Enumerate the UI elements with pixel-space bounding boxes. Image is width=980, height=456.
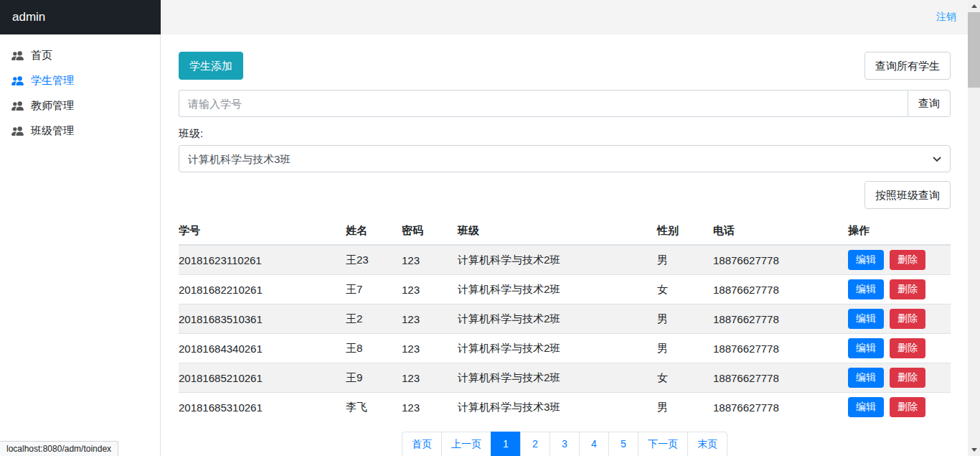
page-last[interactable]: 末页 bbox=[687, 432, 727, 456]
people-icon bbox=[11, 100, 24, 112]
cell-name: 王9 bbox=[346, 363, 402, 393]
delete-button[interactable]: 删除 bbox=[890, 309, 925, 329]
cell-password: 123 bbox=[402, 275, 458, 304]
student-table-body: 20181623110261王23123计算机科学与技术2班男188766277… bbox=[179, 245, 951, 422]
page-1[interactable]: 1 bbox=[491, 432, 521, 456]
page-prev[interactable]: 上一页 bbox=[441, 432, 491, 456]
cell-password: 123 bbox=[402, 363, 458, 393]
cell-gender: 男 bbox=[657, 304, 713, 334]
query-by-class-button[interactable]: 按照班级查询 bbox=[864, 181, 951, 209]
edit-button[interactable]: 编辑 bbox=[848, 279, 884, 299]
page-2[interactable]: 2 bbox=[520, 432, 550, 456]
cell-student-id: 20181684340261 bbox=[179, 334, 346, 363]
cell-name: 李飞 bbox=[346, 393, 402, 422]
student-table: 学号 姓名 密码 班级 性别 电话 操作 20181623110261王2312… bbox=[179, 218, 951, 422]
cell-phone: 18876627778 bbox=[713, 393, 848, 422]
logout-link[interactable]: 注销 bbox=[936, 11, 956, 24]
cell-class: 计算机科学与技术2班 bbox=[458, 334, 657, 363]
app-window: admin 注销 首页学生管理教师管理班级管理 学生添加 查询所有学生 查询 班… bbox=[0, 0, 980, 456]
table-row: 20181623110261王23123计算机科学与技术2班男188766277… bbox=[179, 245, 951, 275]
cell-class: 计算机科学与技术2班 bbox=[458, 275, 657, 304]
page-next[interactable]: 下一页 bbox=[638, 432, 688, 456]
table-header-row: 学号 姓名 密码 班级 性别 电话 操作 bbox=[179, 218, 951, 245]
cell-gender: 男 bbox=[657, 334, 713, 363]
cell-student-id: 20181682210261 bbox=[179, 275, 346, 304]
scrollbar-up-arrow[interactable] bbox=[968, 0, 980, 12]
col-class: 班级 bbox=[458, 218, 657, 245]
cell-password: 123 bbox=[402, 304, 458, 334]
cell-actions: 编辑删除 bbox=[848, 363, 951, 393]
delete-button[interactable]: 删除 bbox=[890, 397, 925, 417]
topbar: 注销 bbox=[161, 0, 968, 34]
sidebar-item-teachers[interactable]: 教师管理 bbox=[0, 93, 160, 118]
main-content: 学生添加 查询所有学生 查询 班级: 计算机科学与技术3班 按照班级查询 学号 … bbox=[161, 34, 968, 456]
delete-button[interactable]: 删除 bbox=[890, 250, 925, 270]
table-row: 20181683510361王2123计算机科学与技术2班男1887662777… bbox=[179, 304, 951, 334]
student-id-input[interactable] bbox=[179, 90, 908, 117]
edit-button[interactable]: 编辑 bbox=[848, 368, 884, 388]
table-row: 20181682210261王7123计算机科学与技术2班女1887662777… bbox=[179, 275, 951, 304]
delete-button[interactable]: 删除 bbox=[890, 368, 925, 388]
people-icon bbox=[11, 125, 24, 137]
toolbar-top: 学生添加 查询所有学生 bbox=[179, 52, 951, 80]
col-gender: 性别 bbox=[657, 218, 713, 245]
sidebar-item-students[interactable]: 学生管理 bbox=[0, 68, 160, 93]
app-brand: admin bbox=[0, 0, 161, 34]
cell-class: 计算机科学与技术3班 bbox=[458, 393, 657, 422]
cell-name: 王2 bbox=[346, 304, 402, 334]
search-group: 查询 bbox=[179, 90, 951, 117]
sidebar-item-label: 教师管理 bbox=[31, 99, 74, 113]
toolbar-bottom: 按照班级查询 bbox=[179, 181, 951, 209]
sidebar-item-label: 班级管理 bbox=[31, 124, 74, 138]
delete-button[interactable]: 删除 bbox=[890, 338, 925, 358]
page-first[interactable]: 首页 bbox=[402, 432, 442, 456]
table-row: 20181685210261王9123计算机科学与技术2班女1887662777… bbox=[179, 363, 951, 393]
page-5[interactable]: 5 bbox=[608, 432, 639, 456]
table-row: 20181685310261李飞123计算机科学与技术3班男1887662777… bbox=[179, 393, 951, 422]
cell-actions: 编辑删除 bbox=[848, 393, 951, 422]
cell-class: 计算机科学与技术2班 bbox=[458, 363, 657, 393]
cell-name: 王7 bbox=[346, 275, 402, 304]
cell-class: 计算机科学与技术2班 bbox=[458, 304, 657, 334]
status-bar: localhost:8080/adm/toindex bbox=[0, 441, 118, 456]
col-student-id: 学号 bbox=[179, 218, 346, 245]
edit-button[interactable]: 编辑 bbox=[848, 338, 884, 358]
add-student-button[interactable]: 学生添加 bbox=[179, 52, 243, 80]
page-4[interactable]: 4 bbox=[579, 432, 609, 456]
cell-gender: 女 bbox=[657, 275, 713, 304]
scrollbar-down-arrow[interactable] bbox=[968, 444, 980, 456]
cell-student-id: 20181623110261 bbox=[179, 245, 346, 275]
sidebar-item-classes[interactable]: 班级管理 bbox=[0, 118, 160, 144]
sidebar-menu: 首页学生管理教师管理班级管理 bbox=[0, 34, 161, 456]
cell-phone: 18876627778 bbox=[713, 363, 848, 393]
edit-button[interactable]: 编辑 bbox=[848, 397, 884, 417]
col-phone: 电话 bbox=[713, 218, 848, 245]
table-row: 20181684340261王8123计算机科学与技术2班男1887662777… bbox=[179, 334, 951, 363]
search-button[interactable]: 查询 bbox=[908, 90, 951, 117]
cell-password: 123 bbox=[402, 334, 458, 363]
delete-button[interactable]: 删除 bbox=[890, 279, 925, 299]
query-all-students-button[interactable]: 查询所有学生 bbox=[864, 52, 951, 80]
scrollbar-thumb[interactable] bbox=[968, 12, 980, 88]
cell-gender: 女 bbox=[657, 363, 713, 393]
edit-button[interactable]: 编辑 bbox=[848, 309, 884, 329]
col-password: 密码 bbox=[402, 218, 458, 245]
cell-actions: 编辑删除 bbox=[848, 275, 951, 304]
col-actions: 操作 bbox=[848, 218, 951, 245]
scrollbar[interactable] bbox=[968, 0, 980, 456]
cell-gender: 男 bbox=[657, 393, 713, 422]
sidebar-item-label: 首页 bbox=[31, 49, 52, 62]
class-select-wrap: 计算机科学与技术3班 bbox=[179, 145, 951, 172]
cell-name: 王23 bbox=[346, 245, 402, 275]
edit-button[interactable]: 编辑 bbox=[848, 250, 884, 270]
cell-password: 123 bbox=[402, 245, 458, 275]
col-name: 姓名 bbox=[346, 218, 402, 245]
cell-name: 王8 bbox=[346, 334, 402, 363]
cell-student-id: 20181685310261 bbox=[179, 393, 346, 422]
sidebar-item-home[interactable]: 首页 bbox=[0, 43, 160, 68]
page-3[interactable]: 3 bbox=[550, 432, 580, 456]
people-icon bbox=[11, 50, 24, 62]
cell-phone: 18876627778 bbox=[713, 275, 848, 304]
cell-phone: 18876627778 bbox=[713, 245, 848, 275]
class-select[interactable]: 计算机科学与技术3班 bbox=[179, 145, 951, 172]
